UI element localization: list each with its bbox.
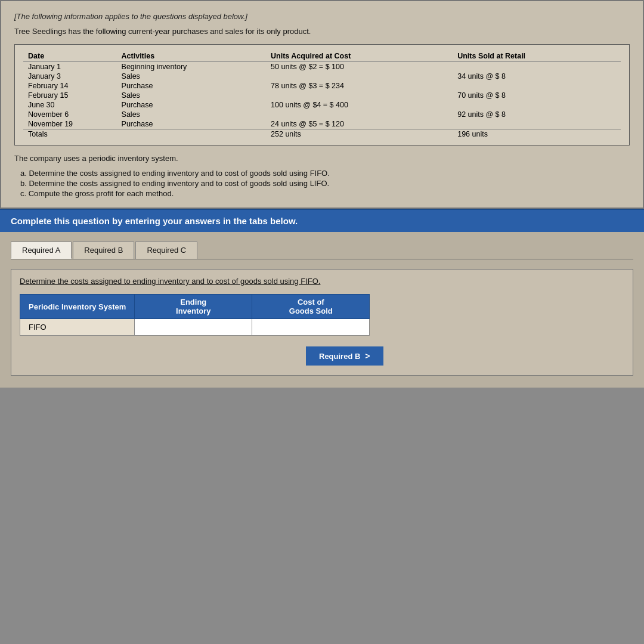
tab-required-b[interactable]: Required B [73,242,134,259]
table-row: January 3 [23,72,117,81]
question-item: c. Compute the gross profit for each met… [20,189,630,198]
col-header-units-acquired: Units Acquired at Cost [266,51,453,62]
col-header-cost-goods-sold: Cost ofGoods Sold [252,295,370,319]
question-item: b. Determine the costs assigned to endin… [20,179,630,188]
tab-required-c[interactable]: Required C [135,242,197,259]
fifo-label: FIFO [20,319,135,336]
cost-goods-sold-input[interactable] [252,319,370,336]
col-header-activities: Activities [117,51,267,62]
determine-text: Determine the costs assigned to ending i… [20,277,624,286]
ending-inventory-input[interactable] [135,319,252,336]
table-row: November 6 [23,110,117,119]
tab-required-a[interactable]: Required A [11,242,72,259]
table-row: February 14 [23,81,117,91]
col-header-periodic: Periodic Inventory System [20,295,135,319]
inventory-table: Periodic Inventory System EndingInventor… [20,294,370,336]
periodic-text: The company uses a periodic inventory sy… [14,154,630,163]
required-b-label: Required B [319,352,360,361]
intro-bracket-text: [The following information applies to th… [14,12,630,21]
col-header-units-sold: Units Sold at Retail [453,51,621,62]
table-row: June 30 [23,100,117,110]
table-row: Totals [23,129,117,140]
table-row: November 19 [23,119,117,129]
col-header-ending-inventory: EndingInventory [135,295,252,319]
required-b-button[interactable]: Required B > [306,346,383,366]
tabs-container: Required ARequired BRequired C [11,242,633,259]
complete-banner: Complete this question by entering your … [0,209,644,232]
intro-description: Tree Seedlings has the following current… [14,27,630,36]
table-row: February 15 [23,91,117,100]
question-item: a. Determine the costs assigned to endin… [20,169,630,178]
table-row: January 1 [23,62,117,72]
col-header-date: Date [23,51,117,62]
required-b-arrow: > [365,351,370,361]
